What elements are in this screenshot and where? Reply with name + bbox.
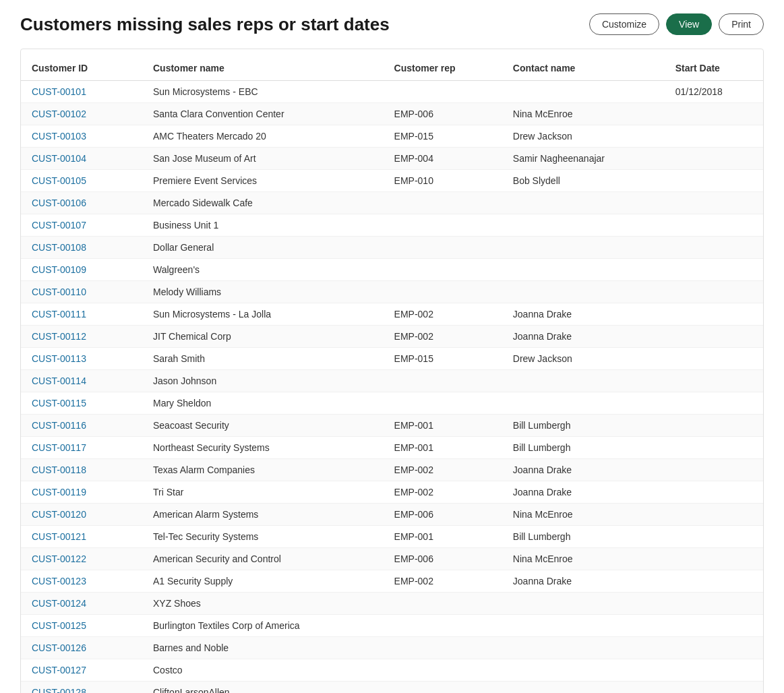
table-row: CUST-00106Mercado Sidewalk Cafe [21, 192, 763, 214]
customer-id-link[interactable]: CUST-00127 [32, 665, 86, 675]
customer-id-link[interactable]: CUST-00104 [32, 153, 86, 164]
print-button[interactable]: Print [719, 13, 764, 35]
customer-id-link[interactable]: CUST-00125 [32, 620, 86, 631]
cell-customer-rep [384, 214, 502, 237]
view-button[interactable]: View [666, 13, 712, 35]
table-header-row: Customer ID Customer name Customer rep C… [21, 56, 763, 81]
cell-customer-id: CUST-00113 [21, 348, 142, 370]
col-header-customer-id: Customer ID [21, 56, 142, 81]
customer-id-link[interactable]: CUST-00106 [32, 198, 86, 208]
cell-customer-name: Mercado Sidewalk Cafe [142, 192, 384, 214]
table-row: CUST-00116Seacoast SecurityEMP-001Bill L… [21, 415, 763, 437]
cell-contact-name: Bill Lumbergh [502, 415, 665, 437]
cell-customer-rep [384, 81, 502, 103]
cell-customer-id: CUST-00120 [21, 504, 142, 526]
cell-customer-name: Seacoast Security [142, 415, 384, 437]
cell-start-date [665, 548, 763, 570]
cell-customer-id: CUST-00108 [21, 237, 142, 259]
header: Customers missing sales reps or start da… [20, 13, 764, 35]
cell-customer-name: Mary Sheldon [142, 392, 384, 415]
customer-id-link[interactable]: CUST-00118 [32, 464, 86, 475]
customer-id-link[interactable]: CUST-00113 [32, 353, 86, 364]
cell-customer-id: CUST-00124 [21, 593, 142, 615]
customize-button[interactable]: Customize [589, 13, 659, 35]
cell-customer-id: CUST-00110 [21, 281, 142, 303]
cell-contact-name [502, 637, 665, 659]
customer-id-link[interactable]: CUST-00116 [32, 420, 86, 431]
cell-contact-name: Nina McEnroe [502, 504, 665, 526]
cell-customer-name: XYZ Shoes [142, 593, 384, 615]
cell-customer-name: Sun Microsystems - EBC [142, 81, 384, 103]
cell-customer-id: CUST-00117 [21, 437, 142, 459]
cell-contact-name [502, 659, 665, 682]
cell-start-date [665, 148, 763, 170]
cell-customer-id: CUST-00123 [21, 570, 142, 593]
cell-customer-name: JIT Chemical Corp [142, 326, 384, 348]
cell-customer-name: Costco [142, 659, 384, 682]
cell-customer-id: CUST-00106 [21, 192, 142, 214]
customer-id-link[interactable]: CUST-00114 [32, 375, 86, 386]
customer-id-link[interactable]: CUST-00115 [32, 398, 86, 409]
customer-id-link[interactable]: CUST-00128 [32, 687, 86, 693]
cell-customer-rep [384, 392, 502, 415]
cell-contact-name [502, 682, 665, 694]
cell-customer-id: CUST-00127 [21, 659, 142, 682]
cell-customer-rep [384, 659, 502, 682]
customer-id-link[interactable]: CUST-00111 [32, 309, 86, 320]
cell-customer-name: AMC Theaters Mercado 20 [142, 125, 384, 148]
customer-id-link[interactable]: CUST-00121 [32, 531, 86, 542]
customer-id-link[interactable]: CUST-00101 [32, 86, 86, 97]
customer-id-link[interactable]: CUST-00103 [32, 131, 86, 142]
customer-id-link[interactable]: CUST-00124 [32, 598, 86, 609]
cell-start-date [665, 192, 763, 214]
cell-customer-rep: EMP-006 [384, 504, 502, 526]
cell-start-date [665, 437, 763, 459]
customer-id-link[interactable]: CUST-00102 [32, 109, 86, 119]
customer-id-link[interactable]: CUST-00112 [32, 331, 86, 342]
customer-id-link[interactable]: CUST-00123 [32, 576, 86, 586]
cell-customer-rep: EMP-002 [384, 481, 502, 504]
customer-id-link[interactable]: CUST-00110 [32, 287, 86, 297]
cell-customer-id: CUST-00116 [21, 415, 142, 437]
cell-customer-id: CUST-00105 [21, 170, 142, 192]
cell-customer-id: CUST-00121 [21, 526, 142, 548]
cell-start-date [665, 392, 763, 415]
cell-customer-rep: EMP-002 [384, 303, 502, 326]
customer-id-link[interactable]: CUST-00109 [32, 264, 86, 275]
customer-id-link[interactable]: CUST-00120 [32, 509, 86, 520]
cell-contact-name [502, 615, 665, 637]
customer-id-link[interactable]: CUST-00108 [32, 242, 86, 253]
cell-customer-name: Business Unit 1 [142, 214, 384, 237]
customer-id-link[interactable]: CUST-00126 [32, 642, 86, 653]
table-row: CUST-00120American Alarm SystemsEMP-006N… [21, 504, 763, 526]
table-body: CUST-00101Sun Microsystems - EBC01/12/20… [21, 81, 763, 694]
cell-contact-name [502, 593, 665, 615]
cell-start-date [665, 526, 763, 548]
cell-start-date [665, 303, 763, 326]
cell-customer-rep: EMP-002 [384, 459, 502, 481]
table-row: CUST-00110Melody Williams [21, 281, 763, 303]
customer-id-link[interactable]: CUST-00119 [32, 487, 86, 498]
cell-customer-id: CUST-00128 [21, 682, 142, 694]
cell-start-date [665, 682, 763, 694]
cell-customer-name: San Jose Museum of Art [142, 148, 384, 170]
customer-id-link[interactable]: CUST-00122 [32, 553, 86, 564]
cell-start-date [665, 637, 763, 659]
cell-contact-name: Drew Jackson [502, 125, 665, 148]
customer-id-link[interactable]: CUST-00117 [32, 442, 86, 453]
cell-customer-id: CUST-00109 [21, 259, 142, 281]
cell-customer-id: CUST-00103 [21, 125, 142, 148]
customer-id-link[interactable]: CUST-00105 [32, 175, 86, 186]
cell-customer-name: Barnes and Noble [142, 637, 384, 659]
table-row: CUST-00112JIT Chemical CorpEMP-002Joanna… [21, 326, 763, 348]
cell-contact-name: Bill Lumbergh [502, 526, 665, 548]
table-row: CUST-00114Jason Johnson [21, 370, 763, 392]
col-header-start-date: Start Date [665, 56, 763, 81]
cell-customer-id: CUST-00115 [21, 392, 142, 415]
cell-contact-name: Nina McEnroe [502, 548, 665, 570]
customer-id-link[interactable]: CUST-00107 [32, 220, 86, 231]
table-row: CUST-00107Business Unit 1 [21, 214, 763, 237]
cell-contact-name [502, 392, 665, 415]
table-row: CUST-00121Tel-Tec Security SystemsEMP-00… [21, 526, 763, 548]
cell-contact-name [502, 214, 665, 237]
